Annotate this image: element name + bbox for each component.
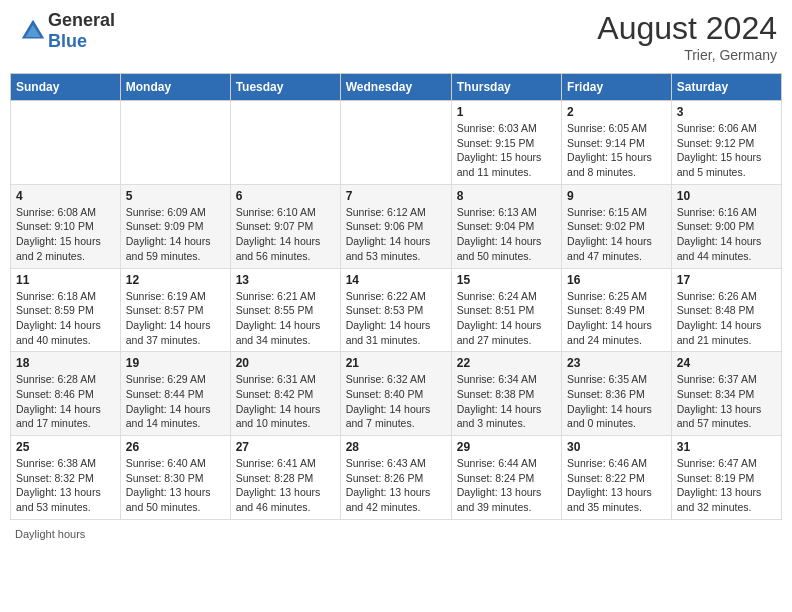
calendar-cell: 16Sunrise: 6:25 AMSunset: 8:49 PMDayligh… [562,268,672,352]
day-info: Sunrise: 6:19 AMSunset: 8:57 PMDaylight:… [126,289,225,348]
day-info: Sunrise: 6:46 AMSunset: 8:22 PMDaylight:… [567,456,666,515]
day-info: Sunrise: 6:03 AMSunset: 9:15 PMDaylight:… [457,121,556,180]
logo: General Blue [15,10,115,52]
day-info: Sunrise: 6:40 AMSunset: 8:30 PMDaylight:… [126,456,225,515]
day-info: Sunrise: 6:25 AMSunset: 8:49 PMDaylight:… [567,289,666,348]
calendar-cell: 10Sunrise: 6:16 AMSunset: 9:00 PMDayligh… [671,184,781,268]
day-number: 12 [126,273,225,287]
calendar-week-5: 25Sunrise: 6:38 AMSunset: 8:32 PMDayligh… [11,436,782,520]
day-info: Sunrise: 6:06 AMSunset: 9:12 PMDaylight:… [677,121,776,180]
day-info: Sunrise: 6:26 AMSunset: 8:48 PMDaylight:… [677,289,776,348]
day-number: 30 [567,440,666,454]
weekday-header-friday: Friday [562,74,672,101]
calendar-cell: 27Sunrise: 6:41 AMSunset: 8:28 PMDayligh… [230,436,340,520]
day-number: 13 [236,273,335,287]
day-info: Sunrise: 6:34 AMSunset: 8:38 PMDaylight:… [457,372,556,431]
day-info: Sunrise: 6:38 AMSunset: 8:32 PMDaylight:… [16,456,115,515]
weekday-header-thursday: Thursday [451,74,561,101]
day-info: Sunrise: 6:12 AMSunset: 9:06 PMDaylight:… [346,205,446,264]
day-info: Sunrise: 6:15 AMSunset: 9:02 PMDaylight:… [567,205,666,264]
day-number: 22 [457,356,556,370]
calendar-cell: 14Sunrise: 6:22 AMSunset: 8:53 PMDayligh… [340,268,451,352]
calendar-cell: 9Sunrise: 6:15 AMSunset: 9:02 PMDaylight… [562,184,672,268]
calendar-cell [120,101,230,185]
day-info: Sunrise: 6:05 AMSunset: 9:14 PMDaylight:… [567,121,666,180]
day-number: 11 [16,273,115,287]
day-number: 2 [567,105,666,119]
weekday-header-tuesday: Tuesday [230,74,340,101]
logo-blue-text: Blue [48,31,87,51]
day-info: Sunrise: 6:09 AMSunset: 9:09 PMDaylight:… [126,205,225,264]
day-info: Sunrise: 6:16 AMSunset: 9:00 PMDaylight:… [677,205,776,264]
day-number: 14 [346,273,446,287]
weekday-header-saturday: Saturday [671,74,781,101]
day-number: 10 [677,189,776,203]
footer-daylight-label: Daylight hours [10,528,782,540]
calendar-cell: 1Sunrise: 6:03 AMSunset: 9:15 PMDaylight… [451,101,561,185]
day-info: Sunrise: 6:47 AMSunset: 8:19 PMDaylight:… [677,456,776,515]
calendar-cell: 29Sunrise: 6:44 AMSunset: 8:24 PMDayligh… [451,436,561,520]
day-number: 26 [126,440,225,454]
day-info: Sunrise: 6:21 AMSunset: 8:55 PMDaylight:… [236,289,335,348]
day-info: Sunrise: 6:41 AMSunset: 8:28 PMDaylight:… [236,456,335,515]
calendar-cell: 11Sunrise: 6:18 AMSunset: 8:59 PMDayligh… [11,268,121,352]
day-number: 15 [457,273,556,287]
calendar-cell: 15Sunrise: 6:24 AMSunset: 8:51 PMDayligh… [451,268,561,352]
location-subtitle: Trier, Germany [597,47,777,63]
day-info: Sunrise: 6:31 AMSunset: 8:42 PMDaylight:… [236,372,335,431]
calendar-cell: 23Sunrise: 6:35 AMSunset: 8:36 PMDayligh… [562,352,672,436]
day-number: 23 [567,356,666,370]
calendar-cell: 7Sunrise: 6:12 AMSunset: 9:06 PMDaylight… [340,184,451,268]
day-number: 17 [677,273,776,287]
weekday-header-wednesday: Wednesday [340,74,451,101]
day-info: Sunrise: 6:29 AMSunset: 8:44 PMDaylight:… [126,372,225,431]
weekday-header-monday: Monday [120,74,230,101]
calendar-cell: 12Sunrise: 6:19 AMSunset: 8:57 PMDayligh… [120,268,230,352]
day-number: 27 [236,440,335,454]
calendar-cell: 22Sunrise: 6:34 AMSunset: 8:38 PMDayligh… [451,352,561,436]
calendar-cell: 26Sunrise: 6:40 AMSunset: 8:30 PMDayligh… [120,436,230,520]
calendar-week-2: 4Sunrise: 6:08 AMSunset: 9:10 PMDaylight… [11,184,782,268]
weekday-header-sunday: Sunday [11,74,121,101]
day-info: Sunrise: 6:22 AMSunset: 8:53 PMDaylight:… [346,289,446,348]
day-number: 5 [126,189,225,203]
calendar-cell: 19Sunrise: 6:29 AMSunset: 8:44 PMDayligh… [120,352,230,436]
day-number: 25 [16,440,115,454]
day-info: Sunrise: 6:43 AMSunset: 8:26 PMDaylight:… [346,456,446,515]
day-info: Sunrise: 6:44 AMSunset: 8:24 PMDaylight:… [457,456,556,515]
calendar-cell: 5Sunrise: 6:09 AMSunset: 9:09 PMDaylight… [120,184,230,268]
day-info: Sunrise: 6:37 AMSunset: 8:34 PMDaylight:… [677,372,776,431]
day-info: Sunrise: 6:10 AMSunset: 9:07 PMDaylight:… [236,205,335,264]
calendar-cell: 31Sunrise: 6:47 AMSunset: 8:19 PMDayligh… [671,436,781,520]
day-number: 9 [567,189,666,203]
calendar-cell: 20Sunrise: 6:31 AMSunset: 8:42 PMDayligh… [230,352,340,436]
weekday-header-row: SundayMondayTuesdayWednesdayThursdayFrid… [11,74,782,101]
day-number: 1 [457,105,556,119]
calendar-cell: 3Sunrise: 6:06 AMSunset: 9:12 PMDaylight… [671,101,781,185]
day-info: Sunrise: 6:32 AMSunset: 8:40 PMDaylight:… [346,372,446,431]
calendar-cell: 30Sunrise: 6:46 AMSunset: 8:22 PMDayligh… [562,436,672,520]
calendar-cell [11,101,121,185]
day-number: 31 [677,440,776,454]
day-number: 28 [346,440,446,454]
calendar-cell: 25Sunrise: 6:38 AMSunset: 8:32 PMDayligh… [11,436,121,520]
day-number: 18 [16,356,115,370]
calendar-cell: 2Sunrise: 6:05 AMSunset: 9:14 PMDaylight… [562,101,672,185]
calendar-cell: 4Sunrise: 6:08 AMSunset: 9:10 PMDaylight… [11,184,121,268]
day-number: 16 [567,273,666,287]
generalblue-logo-icon [18,16,48,46]
day-info: Sunrise: 6:24 AMSunset: 8:51 PMDaylight:… [457,289,556,348]
calendar-cell [230,101,340,185]
title-block: August 2024 Trier, Germany [597,10,777,63]
logo-general-text: General [48,10,115,30]
day-number: 7 [346,189,446,203]
day-number: 8 [457,189,556,203]
calendar-cell: 28Sunrise: 6:43 AMSunset: 8:26 PMDayligh… [340,436,451,520]
day-number: 29 [457,440,556,454]
day-number: 4 [16,189,115,203]
calendar-week-4: 18Sunrise: 6:28 AMSunset: 8:46 PMDayligh… [11,352,782,436]
day-info: Sunrise: 6:28 AMSunset: 8:46 PMDaylight:… [16,372,115,431]
day-number: 24 [677,356,776,370]
calendar-cell: 6Sunrise: 6:10 AMSunset: 9:07 PMDaylight… [230,184,340,268]
day-number: 6 [236,189,335,203]
